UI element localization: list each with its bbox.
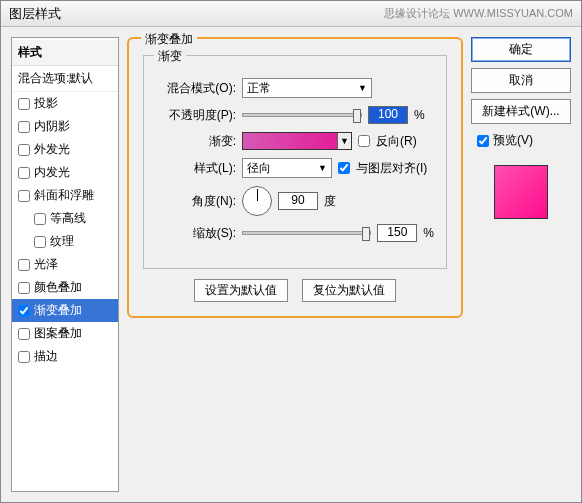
titlebar: 图层样式 思缘设计论坛 WWW.MISSYUAN.COM	[1, 1, 581, 27]
new-style-button[interactable]: 新建样式(W)...	[471, 99, 571, 124]
sidebar-item-9[interactable]: 渐变叠加	[12, 299, 118, 322]
gradient-picker[interactable]: ▼	[242, 132, 352, 150]
sidebar-item-3[interactable]: 内发光	[12, 161, 118, 184]
chevron-down-icon[interactable]: ▼	[337, 133, 351, 149]
opacity-label: 不透明度(P):	[156, 107, 236, 124]
sidebar-item-checkbox[interactable]	[18, 98, 30, 110]
sidebar-item-checkbox[interactable]	[18, 351, 30, 363]
align-checkbox[interactable]	[338, 162, 350, 174]
angle-label: 角度(N):	[156, 193, 236, 210]
preview-checkbox[interactable]	[477, 135, 489, 147]
sidebar-item-0[interactable]: 投影	[12, 92, 118, 115]
cancel-button[interactable]: 取消	[471, 68, 571, 93]
gradient-label: 渐变:	[156, 133, 236, 150]
reset-default-button[interactable]: 复位为默认值	[302, 279, 396, 302]
sidebar-item-checkbox[interactable]	[18, 167, 30, 179]
sidebar-item-label: 图案叠加	[34, 325, 82, 342]
opacity-slider[interactable]	[242, 113, 362, 117]
watermark: 思缘设计论坛 WWW.MISSYUAN.COM	[384, 6, 573, 21]
reverse-label: 反向(R)	[376, 133, 417, 150]
opacity-input[interactable]: 100	[368, 106, 408, 124]
style-label: 样式(L):	[156, 160, 236, 177]
angle-input[interactable]: 90	[278, 192, 318, 210]
angle-dial[interactable]	[242, 186, 272, 216]
set-default-button[interactable]: 设置为默认值	[194, 279, 288, 302]
sidebar-item-label: 内发光	[34, 164, 70, 181]
ok-button[interactable]: 确定	[471, 37, 571, 62]
sidebar-item-checkbox[interactable]	[34, 213, 46, 225]
angle-unit: 度	[324, 193, 336, 210]
gradient-group: 渐变 混合模式(O): 正常▼ 不透明度(P): 100 %	[143, 55, 447, 269]
sidebar-item-label: 光泽	[34, 256, 58, 273]
sidebar-item-10[interactable]: 图案叠加	[12, 322, 118, 345]
sidebar-item-8[interactable]: 颜色叠加	[12, 276, 118, 299]
sidebar-item-1[interactable]: 内阴影	[12, 115, 118, 138]
style-select[interactable]: 径向▼	[242, 158, 332, 178]
sidebar-blend-options[interactable]: 混合选项:默认	[12, 66, 118, 92]
sidebar-item-2[interactable]: 外发光	[12, 138, 118, 161]
sidebar-item-11[interactable]: 描边	[12, 345, 118, 368]
sidebar-item-4[interactable]: 斜面和浮雕	[12, 184, 118, 207]
sidebar-item-checkbox[interactable]	[18, 190, 30, 202]
blend-mode-label: 混合模式(O):	[156, 80, 236, 97]
group-title: 渐变	[154, 48, 186, 65]
preview-swatch	[494, 165, 548, 219]
scale-label: 缩放(S):	[156, 225, 236, 242]
sidebar-item-checkbox[interactable]	[18, 282, 30, 294]
sidebar-item-label: 外发光	[34, 141, 70, 158]
sidebar-item-label: 纹理	[50, 233, 74, 250]
sidebar-item-label: 渐变叠加	[34, 302, 82, 319]
sidebar-item-checkbox[interactable]	[18, 259, 30, 271]
chevron-down-icon: ▼	[318, 163, 327, 173]
panel-title: 渐变叠加	[141, 31, 197, 48]
scale-slider[interactable]	[242, 231, 371, 235]
sidebar-header[interactable]: 样式	[12, 40, 118, 66]
sidebar-item-5[interactable]: 等高线	[12, 207, 118, 230]
sidebar-item-checkbox[interactable]	[18, 328, 30, 340]
layer-style-dialog: 图层样式 思缘设计论坛 WWW.MISSYUAN.COM 样式 混合选项:默认 …	[0, 0, 582, 503]
sidebar-item-checkbox[interactable]	[18, 305, 30, 317]
blend-mode-select[interactable]: 正常▼	[242, 78, 372, 98]
sidebar-item-checkbox[interactable]	[18, 144, 30, 156]
gradient-overlay-panel: 渐变叠加 渐变 混合模式(O): 正常▼ 不透明度(P): 100 %	[127, 37, 463, 318]
align-label: 与图层对齐(I)	[356, 160, 427, 177]
styles-sidebar: 样式 混合选项:默认 投影内阴影外发光内发光斜面和浮雕等高线纹理光泽颜色叠加渐变…	[11, 37, 119, 492]
sidebar-item-label: 斜面和浮雕	[34, 187, 94, 204]
scale-input[interactable]: 150	[377, 224, 417, 242]
sidebar-item-label: 等高线	[50, 210, 86, 227]
right-column: 确定 取消 新建样式(W)... 预览(V)	[471, 37, 571, 492]
window-title: 图层样式	[9, 5, 61, 23]
sidebar-item-label: 描边	[34, 348, 58, 365]
chevron-down-icon: ▼	[358, 83, 367, 93]
sidebar-item-label: 投影	[34, 95, 58, 112]
sidebar-item-6[interactable]: 纹理	[12, 230, 118, 253]
reverse-checkbox[interactable]	[358, 135, 370, 147]
sidebar-item-label: 颜色叠加	[34, 279, 82, 296]
sidebar-item-checkbox[interactable]	[34, 236, 46, 248]
main-panel: 渐变叠加 渐变 混合模式(O): 正常▼ 不透明度(P): 100 %	[127, 37, 463, 492]
percent-unit: %	[423, 226, 434, 240]
sidebar-item-label: 内阴影	[34, 118, 70, 135]
preview-label: 预览(V)	[493, 132, 533, 149]
sidebar-item-7[interactable]: 光泽	[12, 253, 118, 276]
sidebar-item-checkbox[interactable]	[18, 121, 30, 133]
percent-unit: %	[414, 108, 425, 122]
